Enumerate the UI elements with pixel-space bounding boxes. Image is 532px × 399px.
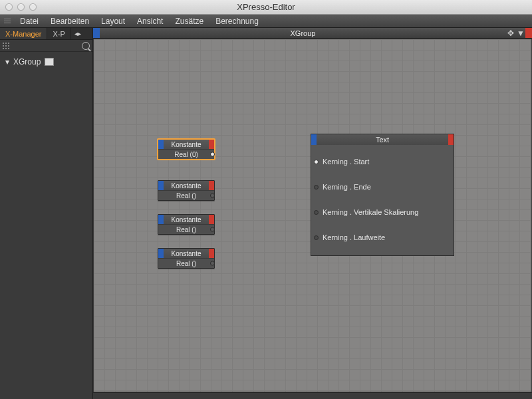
sidebar-toolbar xyxy=(0,40,92,52)
input-port-icon[interactable] xyxy=(314,160,319,164)
menu-bearbeiten[interactable]: Bearbeiten xyxy=(45,15,94,27)
canvas-title: XGroup xyxy=(100,29,506,37)
input-row-kerning-ende[interactable]: Kerning . Ende xyxy=(311,174,454,200)
node-output-marker xyxy=(209,215,214,224)
node-row-label: Real () xyxy=(176,226,196,233)
node-title: Text xyxy=(317,134,448,145)
node-input-marker xyxy=(158,140,164,149)
menubar-grip-icon[interactable] xyxy=(4,19,11,23)
node-input-marker xyxy=(158,181,164,190)
tab-x-pool[interactable]: X-P xyxy=(47,28,70,39)
input-row-kerning-vertikale[interactable]: Kerning . Vertikale Skalierung xyxy=(311,200,454,225)
canvas-header-input-marker xyxy=(93,28,100,38)
tab-x-manager[interactable]: X-Manager xyxy=(0,28,47,39)
node-title: Konstante xyxy=(164,215,209,224)
window-titlebar: XPresso-Editor xyxy=(0,0,532,15)
canvas-down-icon[interactable]: ▼ xyxy=(516,29,525,38)
node-row-label: Real () xyxy=(176,192,196,200)
close-icon[interactable] xyxy=(5,3,13,11)
output-port-icon[interactable] xyxy=(210,261,215,266)
node-canvas[interactable]: Konstante Real (0) Konstante Real () Kon… xyxy=(93,39,532,392)
node-output-marker xyxy=(448,134,454,145)
input-port-icon[interactable] xyxy=(314,210,319,215)
output-port-icon[interactable] xyxy=(210,227,215,232)
sidebar-tabs: X-Manager X-P ◂▸ xyxy=(0,28,92,40)
connection-wires xyxy=(94,39,293,139)
input-label: Kerning . Vertikale Skalierung xyxy=(323,208,418,216)
sidebar-grip-icon[interactable] xyxy=(3,43,9,49)
menu-ansicht[interactable]: Ansicht xyxy=(132,15,168,27)
tree-item-label: XGroup xyxy=(13,57,41,66)
zoom-icon[interactable] xyxy=(29,3,37,11)
minimize-icon[interactable] xyxy=(17,3,25,11)
node-konstante-0[interactable]: Konstante Real (0) xyxy=(158,139,215,160)
node-input-marker xyxy=(311,134,317,145)
node-input-marker xyxy=(158,215,164,224)
input-label: Kerning . Laufweite xyxy=(323,233,385,241)
node-text[interactable]: Text Kerning . Start Kerning . Ende Kern… xyxy=(311,134,454,256)
menu-zusaetze[interactable]: Zusätze xyxy=(170,15,209,27)
input-row-kerning-laufweite[interactable]: Kerning . Laufweite xyxy=(311,225,454,250)
node-title: Konstante xyxy=(164,249,209,258)
canvas-panel: XGroup ✥ ▼ Konstante Real (0) Konstante … xyxy=(93,28,532,399)
menu-layout[interactable]: Layout xyxy=(96,15,130,27)
menu-datei[interactable]: Datei xyxy=(15,15,44,27)
sidebar-tree: ▾ XGroup xyxy=(0,52,92,72)
input-row-kerning-start[interactable]: Kerning . Start xyxy=(311,149,454,174)
node-row-label: Real () xyxy=(176,260,196,267)
menu-berechnung[interactable]: Berechnung xyxy=(210,15,264,27)
node-konstante-1[interactable]: Konstante Real () xyxy=(158,180,215,201)
node-output-marker xyxy=(209,249,214,258)
node-konstante-2[interactable]: Konstante Real () xyxy=(158,214,215,235)
node-title: Konstante xyxy=(164,140,209,149)
canvas-expand-icon[interactable]: ✥ xyxy=(506,29,515,38)
tab-scroll-icon[interactable]: ◂▸ xyxy=(71,28,84,39)
node-row-label: Real (0) xyxy=(174,151,198,158)
tree-item-xgroup[interactable]: ▾ XGroup xyxy=(4,56,88,68)
node-output-marker xyxy=(209,181,214,190)
input-label: Kerning . Ende xyxy=(323,183,371,191)
node-output-marker xyxy=(209,140,214,149)
input-label: Kerning . Start xyxy=(323,158,369,166)
sidebar: X-Manager X-P ◂▸ ▾ XGroup xyxy=(0,28,93,399)
input-port-icon[interactable] xyxy=(314,185,319,190)
traffic-lights xyxy=(5,3,37,11)
canvas-header-output-marker xyxy=(525,28,532,38)
tree-item-badge-icon xyxy=(45,58,54,66)
search-icon[interactable] xyxy=(82,42,90,50)
window-title: XPresso-Editor xyxy=(0,2,532,12)
output-port-icon[interactable] xyxy=(210,152,215,157)
node-konstante-3[interactable]: Konstante Real () xyxy=(158,248,215,269)
canvas-header[interactable]: XGroup ✥ ▼ xyxy=(93,28,532,39)
menubar: Datei Bearbeiten Layout Ansicht Zusätze … xyxy=(0,15,532,28)
input-port-icon[interactable] xyxy=(314,235,319,240)
tree-disclosure-icon[interactable]: ▾ xyxy=(5,58,9,66)
node-title: Konstante xyxy=(164,181,209,190)
node-input-marker xyxy=(158,249,164,258)
output-port-icon[interactable] xyxy=(210,194,215,198)
canvas-statusbar xyxy=(93,392,532,399)
